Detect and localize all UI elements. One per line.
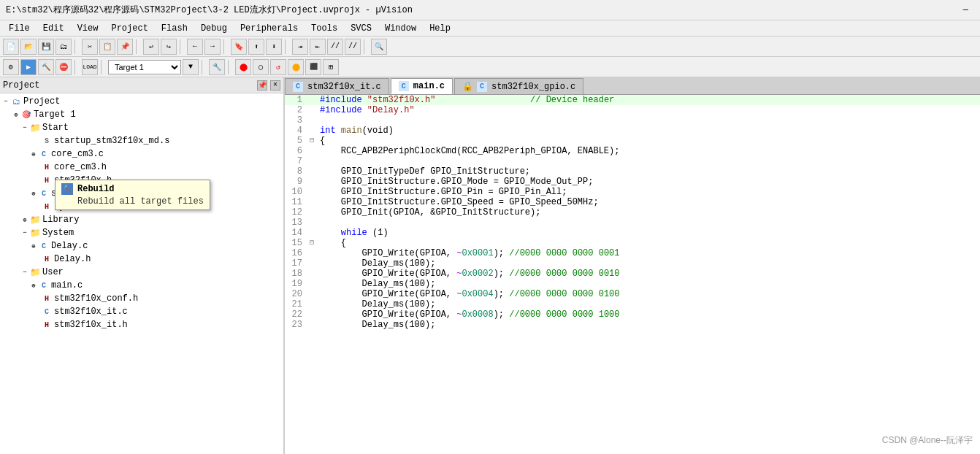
code-content[interactable]: 1 #include "stm32f10x.h" // Device heade… (285, 95, 980, 454)
menu-item-view[interactable]: View (72, 22, 104, 35)
expand-system-c[interactable]: ⊕ (29, 189, 38, 198)
tab-gpio-modified-icon: 🔒 (462, 82, 472, 92)
line-fold-21 (307, 299, 317, 309)
menu-item-svcs[interactable]: SVCS (345, 22, 378, 35)
menu-item-flash[interactable]: Flash (156, 22, 194, 35)
tree-item-system-folder[interactable]: − 📁 System (0, 226, 283, 239)
prev-bookmark-btn[interactable]: ⬆ (248, 39, 264, 55)
manage-components-btn[interactable]: 🔧 (209, 59, 225, 75)
debug-run-btn[interactable]: ⬤ (288, 59, 304, 75)
tree-item-main-c[interactable]: ⊕ C main.c (0, 279, 283, 292)
new-file-btn[interactable]: 📄 (3, 39, 19, 55)
indent-btn[interactable]: ⇥ (292, 39, 308, 55)
line-num-8: 8 (285, 166, 307, 177)
tree-item-delay-h[interactable]: H Delay.h (0, 253, 283, 266)
tree-item-library[interactable]: ⊕ 📁 Library (0, 213, 283, 226)
menu-bar: FileEditViewProjectFlashDebugPeripherals… (0, 20, 980, 36)
panel-controls: 📌 × (257, 80, 280, 91)
menu-item-window[interactable]: Window (379, 22, 422, 35)
close-panel-btn[interactable]: × (270, 80, 280, 91)
tree-item-it-c[interactable]: C stm32f10x_it.c (0, 305, 283, 318)
fwd-btn[interactable]: → (204, 39, 221, 55)
save-btn[interactable]: 💾 (38, 39, 54, 55)
sep8 (101, 60, 105, 74)
debug-start-btn[interactable]: ⬤ (235, 59, 251, 75)
line-code-12: GPIO_Init(GPIOA, &GPIO_InitStructure); (317, 207, 980, 218)
paste-btn[interactable]: 📌 (117, 39, 133, 55)
copy-btn[interactable]: 📋 (99, 39, 115, 55)
menu-item-peripherals[interactable]: Peripherals (234, 22, 304, 35)
build-btn[interactable]: ▶ (20, 59, 37, 75)
rebuild-btn[interactable]: 🔨 (38, 59, 54, 75)
menu-item-project[interactable]: Project (105, 22, 153, 35)
tab-gpio-c[interactable]: 🔒 C stm32f10x_gpio.c (454, 78, 583, 94)
search-btn[interactable]: 🔍 (371, 39, 387, 55)
menu-item-help[interactable]: Help (424, 22, 456, 35)
code-line-17: 17 Delay_ms(100); (285, 258, 980, 269)
tree-item-target1[interactable]: ⊕ 🎯 Target 1 (0, 108, 283, 121)
debug-grid-btn[interactable]: ⊞ (323, 59, 339, 75)
expand-project[interactable]: − (1, 97, 10, 106)
bookmark-btn[interactable]: 🔖 (231, 39, 247, 55)
tree-label-startup: startup_stm32f10x_md.s (54, 136, 169, 146)
tab-main-c[interactable]: C main.c (391, 78, 453, 94)
expand-core-c[interactable]: ⊕ (29, 150, 38, 158)
menu-item-file[interactable]: File (3, 22, 36, 35)
tree-item-user-folder[interactable]: − 📁 User (0, 266, 283, 279)
line-num-4: 4 (285, 126, 307, 136)
debug-option-btn[interactable]: ⬛ (305, 59, 321, 75)
debug-reset-btn[interactable]: ↺ (270, 59, 286, 75)
target-options-btn[interactable]: ▼ (183, 59, 199, 75)
code-line-19: 19 Delay_ms(100); (285, 279, 980, 289)
expand-user-folder[interactable]: − (20, 268, 29, 277)
comment-btn[interactable]: // (327, 39, 343, 55)
compile-btn[interactable]: ⚙ (3, 59, 19, 75)
open-btn[interactable]: 📂 (20, 39, 37, 55)
tree-item-delay-c[interactable]: ⊕ C Delay.c (0, 239, 283, 253)
save-all-btn[interactable]: 🗂 (55, 39, 72, 55)
tree-item-core-c[interactable]: ⊕ C core_cm3.c (0, 147, 283, 161)
next-bookmark-btn[interactable]: ⬇ (266, 39, 282, 55)
expand-target1[interactable]: ⊕ (12, 110, 20, 119)
tree-item-project[interactable]: − 🗂 Project (0, 95, 283, 108)
tree-label-library: Library (42, 215, 79, 225)
tree-item-core-h[interactable]: H core_cm3.h (0, 161, 283, 174)
expand-it-h (32, 320, 41, 329)
expand-start[interactable]: − (20, 123, 29, 132)
undo-btn[interactable]: ↩ (143, 39, 159, 55)
back-btn[interactable]: ← (187, 39, 203, 55)
menu-item-tools[interactable]: Tools (305, 22, 343, 35)
line-code-21: Delay_ms(100); (317, 299, 980, 309)
sep7 (74, 60, 79, 74)
target-select[interactable]: Target 1 (108, 60, 181, 74)
uncomment-btn[interactable]: // (345, 39, 361, 55)
tree-item-it-h[interactable]: H stm32f10x_it.h (0, 318, 283, 331)
pin-btn[interactable]: 📌 (257, 80, 267, 91)
minimize-btn[interactable]: — (957, 5, 974, 15)
code-line-10: 10 GPIO_InitStructure.GPIO_Pin = GPIO_Pi… (285, 187, 980, 197)
tree-item-conf-h[interactable]: H stm32f10x_conf.h (0, 292, 283, 305)
redo-btn[interactable]: ↪ (161, 39, 177, 55)
menu-item-edit[interactable]: Edit (37, 22, 70, 35)
project-panel-header: Project 📌 × (0, 77, 283, 93)
tree-item-startup[interactable]: S startup_stm32f10x_md.s (0, 134, 283, 147)
debug-stop-btn[interactable]: ◯ (253, 59, 269, 75)
menu-item-debug[interactable]: Debug (195, 22, 233, 35)
line-fold-5[interactable]: ⊟ (307, 136, 317, 146)
expand-delay-c[interactable]: ⊕ (29, 242, 38, 250)
line-num-16: 16 (285, 248, 307, 258)
cut-btn[interactable]: ✂ (82, 39, 98, 55)
line-fold-15[interactable]: ⊟ (307, 238, 317, 248)
sep10 (228, 60, 232, 74)
line-fold-16 (307, 248, 317, 258)
tab-it-c[interactable]: C stm32f10x_it.c (285, 78, 389, 94)
tree-label-target1: Target 1 (34, 109, 76, 120)
expand-system-folder[interactable]: − (20, 228, 29, 237)
stop-btn[interactable]: ⛔ (55, 59, 72, 75)
unindent-btn[interactable]: ⇤ (310, 39, 326, 55)
tree-item-start[interactable]: − 📁 Start (0, 121, 283, 134)
expand-library[interactable]: ⊕ (20, 215, 29, 224)
load-btn[interactable]: LOAD (82, 59, 98, 75)
expand-main-c[interactable]: ⊕ (29, 281, 38, 290)
code-line-20: 20 GPIO_Write(GPIOA, ~0x0004); //0000 00… (285, 289, 980, 299)
